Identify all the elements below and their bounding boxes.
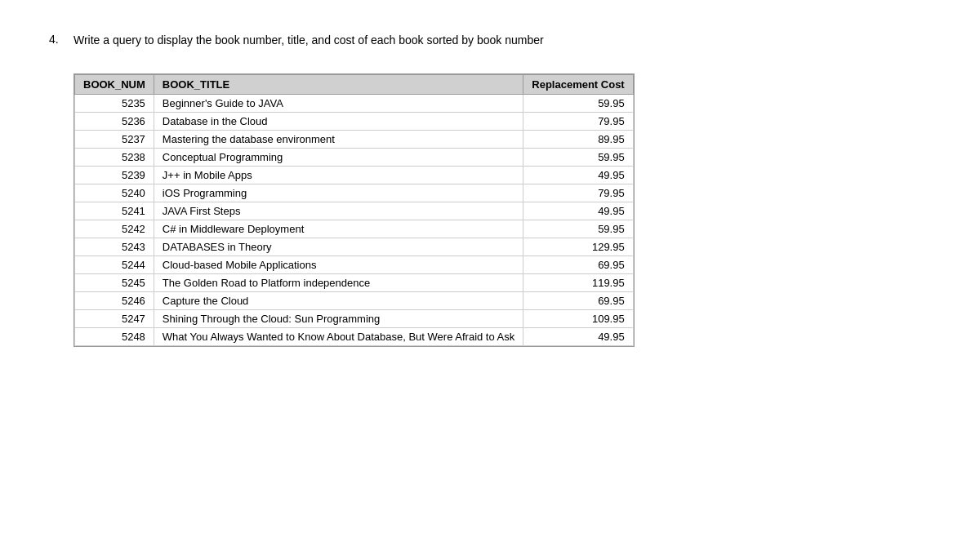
cell-replacement-cost: 49.95 — [523, 327, 633, 345]
cell-book-title: Conceptual Programming — [154, 148, 523, 166]
cell-replacement-cost: 59.95 — [523, 94, 633, 112]
cell-book-num: 5235 — [75, 94, 154, 112]
cell-book-num: 5240 — [75, 184, 154, 202]
header-replacement-cost: Replacement Cost — [523, 74, 633, 94]
cell-book-title: DATABASES in Theory — [154, 238, 523, 256]
table-row: 5244Cloud-based Mobile Applications69.95 — [75, 256, 634, 273]
cell-book-num: 5239 — [75, 166, 154, 184]
cell-book-title: Beginner's Guide to JAVA — [154, 94, 523, 112]
cell-book-title: What You Always Wanted to Know About Dat… — [154, 327, 523, 345]
question-number: 4. — [49, 33, 74, 46]
table-row: 5241JAVA First Steps49.95 — [75, 202, 634, 220]
cell-book-title: J++ in Mobile Apps — [154, 166, 523, 184]
cell-book-num: 5243 — [75, 238, 154, 256]
header-book-title: BOOK_TITLE — [154, 74, 523, 94]
cell-book-num: 5236 — [75, 112, 154, 130]
cell-book-num: 5244 — [75, 256, 154, 273]
cell-book-title: iOS Programming — [154, 184, 523, 202]
table-row: 5243DATABASES in Theory129.95 — [75, 238, 634, 256]
table-row: 5248What You Always Wanted to Know About… — [75, 327, 634, 345]
cell-replacement-cost: 119.95 — [523, 273, 633, 291]
cell-book-title: The Golden Road to Platform independence — [154, 273, 523, 291]
cell-replacement-cost: 109.95 — [523, 309, 633, 327]
table-row: 5239J++ in Mobile Apps49.95 — [75, 166, 634, 184]
results-table-container: BOOK_NUM BOOK_TITLE Replacement Cost 523… — [74, 73, 635, 347]
table-row: 5245The Golden Road to Platform independ… — [75, 273, 634, 291]
cell-replacement-cost: 79.95 — [523, 112, 633, 130]
table-row: 5247Shining Through the Cloud: Sun Progr… — [75, 309, 634, 327]
table-row: 5246Capture the Cloud69.95 — [75, 291, 634, 309]
cell-book-num: 5245 — [75, 273, 154, 291]
cell-book-num: 5237 — [75, 130, 154, 148]
cell-replacement-cost: 89.95 — [523, 130, 633, 148]
cell-book-num: 5242 — [75, 220, 154, 238]
cell-book-title: Capture the Cloud — [154, 291, 523, 309]
question-header: 4. Write a query to display the book num… — [49, 33, 931, 49]
cell-replacement-cost: 49.95 — [523, 202, 633, 220]
books-table: BOOK_NUM BOOK_TITLE Replacement Cost 523… — [74, 74, 634, 346]
cell-replacement-cost: 79.95 — [523, 184, 633, 202]
header-book-num: BOOK_NUM — [75, 74, 154, 94]
cell-replacement-cost: 49.95 — [523, 166, 633, 184]
cell-replacement-cost: 69.95 — [523, 256, 633, 273]
cell-replacement-cost: 69.95 — [523, 291, 633, 309]
cell-book-title: Cloud-based Mobile Applications — [154, 256, 523, 273]
cell-book-num: 5248 — [75, 327, 154, 345]
cell-book-num: 5241 — [75, 202, 154, 220]
cell-book-title: JAVA First Steps — [154, 202, 523, 220]
question-text: Write a query to display the book number… — [74, 33, 544, 49]
cell-book-title: Mastering the database environment — [154, 130, 523, 148]
cell-replacement-cost: 59.95 — [523, 220, 633, 238]
cell-book-title: C# in Middleware Deployment — [154, 220, 523, 238]
table-row: 5238Conceptual Programming59.95 — [75, 148, 634, 166]
cell-book-num: 5247 — [75, 309, 154, 327]
cell-replacement-cost: 59.95 — [523, 148, 633, 166]
table-row: 5242C# in Middleware Deployment59.95 — [75, 220, 634, 238]
table-row: 5235Beginner's Guide to JAVA59.95 — [75, 94, 634, 112]
table-row: 5237Mastering the database environment89… — [75, 130, 634, 148]
cell-book-num: 5238 — [75, 148, 154, 166]
cell-book-title: Shining Through the Cloud: Sun Programmi… — [154, 309, 523, 327]
cell-book-num: 5246 — [75, 291, 154, 309]
cell-book-title: Database in the Cloud — [154, 112, 523, 130]
table-header-row: BOOK_NUM BOOK_TITLE Replacement Cost — [75, 74, 634, 94]
cell-replacement-cost: 129.95 — [523, 238, 633, 256]
table-row: 5240iOS Programming79.95 — [75, 184, 634, 202]
table-row: 5236Database in the Cloud79.95 — [75, 112, 634, 130]
